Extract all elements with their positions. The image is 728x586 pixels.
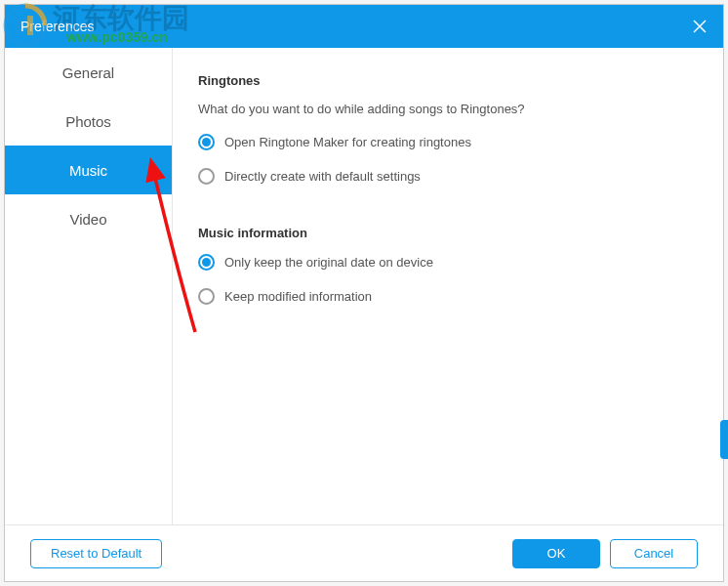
button-label: OK xyxy=(547,546,566,561)
close-icon xyxy=(692,19,708,34)
radio-modified-info[interactable]: Keep modified information xyxy=(198,288,698,305)
preferences-window: Preferences General Photos Music Video R… xyxy=(4,4,724,582)
radio-label: Open Ringtone Maker for creating rington… xyxy=(224,135,471,149)
titlebar: Preferences xyxy=(5,5,723,48)
tab-label: General xyxy=(62,64,114,81)
radio-ringtone-maker[interactable]: Open Ringtone Maker for creating rington… xyxy=(198,134,698,150)
radio-original-date[interactable]: Only keep the original date on device xyxy=(198,254,698,271)
tab-label: Photos xyxy=(65,113,111,130)
window-title: Preferences xyxy=(20,19,94,34)
side-handle xyxy=(720,420,728,459)
radio-icon xyxy=(198,288,215,305)
ringtones-question: What do you want to do while adding song… xyxy=(198,102,698,116)
tab-video[interactable]: Video xyxy=(5,194,172,243)
radio-label: Keep modified information xyxy=(224,289,372,304)
radio-icon xyxy=(198,134,215,150)
radio-icon xyxy=(198,254,215,271)
cancel-button[interactable]: Cancel xyxy=(610,539,698,568)
content: Ringtones What do you want to do while a… xyxy=(173,48,723,524)
button-label: Reset to Default xyxy=(51,546,142,561)
ringtones-title: Ringtones xyxy=(198,73,698,88)
button-label: Cancel xyxy=(634,546,673,561)
tab-general[interactable]: General xyxy=(5,48,172,97)
musicinfo-title: Music information xyxy=(198,226,698,240)
tab-label: Video xyxy=(69,211,106,228)
radio-label: Only keep the original date on device xyxy=(224,255,433,270)
close-button[interactable] xyxy=(676,5,723,48)
footer: Reset to Default OK Cancel xyxy=(5,524,723,581)
tab-label: Music xyxy=(69,162,107,179)
radio-icon xyxy=(198,168,215,185)
sidebar: General Photos Music Video xyxy=(5,48,173,524)
ok-button[interactable]: OK xyxy=(512,539,600,568)
tab-music[interactable]: Music xyxy=(5,146,172,194)
reset-button[interactable]: Reset to Default xyxy=(30,539,162,568)
radio-label: Directly create with default settings xyxy=(224,169,421,184)
tab-photos[interactable]: Photos xyxy=(5,97,172,146)
radio-default-settings[interactable]: Directly create with default settings xyxy=(198,168,698,185)
body: General Photos Music Video Ringtones Wha… xyxy=(5,48,723,524)
